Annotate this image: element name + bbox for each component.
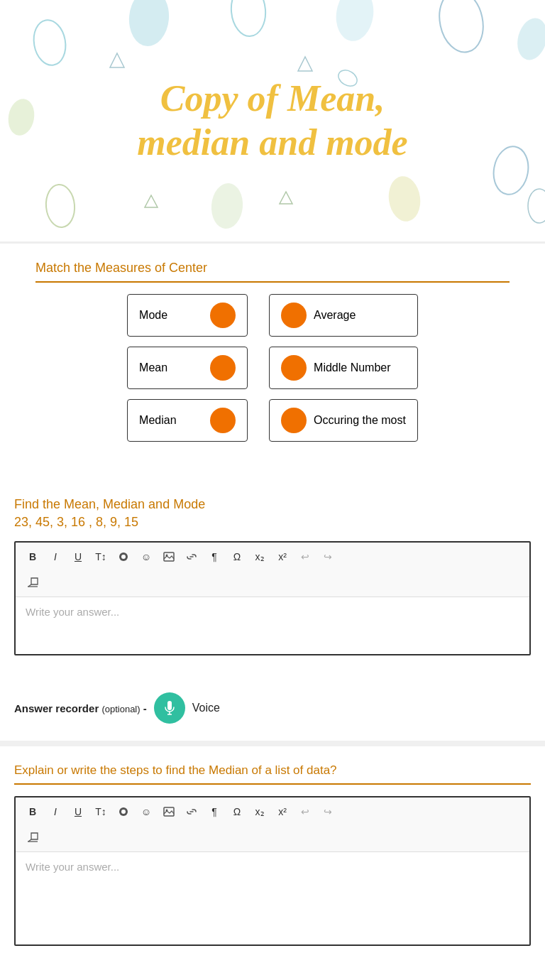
recorder-voice-label: Voice: [192, 702, 220, 714]
toolbar-redo[interactable]: ↪: [318, 547, 338, 567]
explain-toolbar-bold[interactable]: B: [23, 802, 43, 822]
explain-toolbar-undo[interactable]: ↩: [295, 802, 315, 822]
toolbar-emoji[interactable]: ☺: [136, 547, 156, 567]
match-item-middle[interactable]: Middle Number: [269, 347, 418, 389]
svg-marker-14: [145, 195, 158, 207]
toolbar-textsize[interactable]: T↕: [91, 547, 111, 567]
match-label-mode: Mode: [139, 309, 167, 322]
hero-section: Copy of Mean, median and mode: [0, 0, 545, 241]
match-label-average: Average: [314, 309, 356, 322]
match-right-col: Average Middle Number Occuring the most: [269, 294, 418, 442]
svg-marker-30: [31, 833, 38, 839]
explain-toolbar: B I U T↕ ☺ ¶ Ω x₂ x² ↩ ↪: [16, 797, 529, 852]
find-editor-box: B I U T↕ ☺ ¶ Ω x₂ x² ↩ ↪: [14, 541, 531, 655]
match-section-title: Match the Measures of Center: [35, 261, 510, 283]
svg-marker-6: [110, 53, 124, 67]
match-dot-mode[interactable]: [210, 303, 236, 328]
toolbar-undo[interactable]: ↩: [295, 547, 315, 567]
find-title: Find the Mean, Median and Mode: [14, 497, 531, 512]
toolbar-paragraph[interactable]: ¶: [204, 547, 224, 567]
svg-point-12: [490, 143, 532, 197]
match-item-mean[interactable]: Mean: [127, 347, 248, 389]
svg-point-11: [386, 174, 423, 224]
svg-point-9: [6, 97, 37, 137]
toolbar-color[interactable]: [114, 547, 133, 567]
explain-toolbar-color[interactable]: [114, 802, 133, 822]
svg-marker-21: [31, 578, 38, 584]
toolbar-link[interactable]: [182, 547, 202, 567]
svg-point-27: [121, 810, 126, 814]
match-label-median: Median: [139, 414, 176, 427]
explain-toolbar-subscript[interactable]: x₂: [250, 802, 270, 822]
match-dot-median[interactable]: [210, 408, 236, 433]
svg-point-13: [528, 189, 545, 223]
explain-toolbar-italic[interactable]: I: [45, 802, 65, 822]
match-item-occurring[interactable]: Occuring the most: [269, 399, 418, 442]
explain-answer-area[interactable]: Write your answer...: [16, 852, 529, 944]
explain-editor-box: B I U T↕ ☺ ¶ Ω x₂ x² ↩ ↪: [14, 796, 531, 946]
match-dot-occurring[interactable]: [281, 408, 307, 433]
find-toolbar: B I U T↕ ☺ ¶ Ω x₂ x² ↩ ↪: [16, 543, 529, 597]
explain-title: Explain or write the steps to find the M…: [14, 763, 531, 785]
toolbar-omega[interactable]: Ω: [227, 547, 247, 567]
explain-toolbar-paragraph[interactable]: ¶: [204, 802, 224, 822]
explain-placeholder: Write your answer...: [26, 861, 119, 873]
recorder-row: Answer recorder (optional) - Voice: [0, 692, 545, 724]
match-label-middle: Middle Number: [314, 361, 390, 374]
explain-toolbar-erase[interactable]: [23, 827, 43, 847]
explain-toolbar-emoji[interactable]: ☺: [136, 802, 156, 822]
match-label-occurring: Occuring the most: [314, 414, 406, 427]
explain-toolbar-image[interactable]: [159, 802, 179, 822]
match-grid: Mode Mean Median Average Middle Number: [35, 294, 510, 442]
find-answer-area[interactable]: Write your answer...: [16, 597, 529, 654]
svg-point-8: [44, 183, 76, 228]
explain-section: Explain or write the steps to find the M…: [0, 741, 545, 971]
svg-marker-7: [298, 57, 312, 71]
recorder-optional: (optional): [101, 704, 140, 714]
match-left-col: Mode Mean Median: [127, 294, 248, 442]
find-numbers: 23, 45, 3, 16 , 8, 9, 15: [14, 515, 531, 530]
svg-point-18: [121, 555, 126, 559]
match-item-median[interactable]: Median: [127, 399, 248, 442]
svg-point-0: [31, 18, 69, 68]
svg-point-5: [513, 15, 545, 63]
svg-point-4: [434, 0, 489, 56]
toolbar-superscript[interactable]: x²: [272, 547, 292, 567]
toolbar-erase[interactable]: [23, 572, 43, 592]
explain-toolbar-superscript[interactable]: x²: [272, 802, 292, 822]
match-dot-average[interactable]: [281, 303, 307, 328]
toolbar-italic[interactable]: I: [45, 547, 65, 567]
explain-toolbar-textsize[interactable]: T↕: [91, 802, 111, 822]
explain-toolbar-link[interactable]: [182, 802, 202, 822]
match-section: Match the Measures of Center Mode Mean M…: [0, 241, 545, 463]
match-dot-mean[interactable]: [210, 355, 236, 381]
page-title: Copy of Mean, median and mode: [137, 77, 407, 165]
match-item-mode[interactable]: Mode: [127, 294, 248, 337]
recorder-label: Answer recorder (optional) -: [14, 702, 147, 714]
svg-point-1: [127, 0, 172, 48]
toolbar-image[interactable]: [159, 547, 179, 567]
recorder-button[interactable]: [154, 692, 185, 724]
svg-point-2: [229, 0, 268, 38]
toolbar-underline[interactable]: U: [68, 547, 88, 567]
match-item-average[interactable]: Average: [269, 294, 418, 337]
explain-toolbar-omega[interactable]: Ω: [227, 802, 247, 822]
toolbar-bold[interactable]: B: [23, 547, 43, 567]
find-section: Find the Mean, Median and Mode 23, 45, 3…: [0, 480, 545, 681]
match-dot-middle[interactable]: [281, 355, 307, 381]
match-label-mean: Mean: [139, 361, 167, 374]
svg-point-10: [209, 182, 244, 230]
toolbar-subscript[interactable]: x₂: [250, 547, 270, 567]
svg-point-3: [333, 0, 377, 43]
svg-marker-15: [280, 192, 292, 204]
explain-toolbar-underline[interactable]: U: [68, 802, 88, 822]
find-placeholder: Write your answer...: [26, 606, 119, 618]
explain-toolbar-redo[interactable]: ↪: [318, 802, 338, 822]
